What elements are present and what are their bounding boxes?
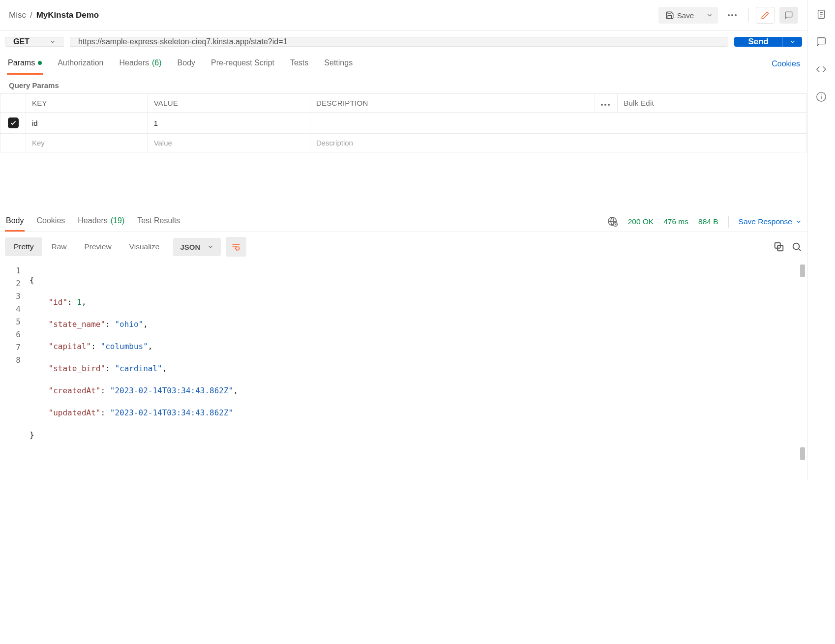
svg-line-6: [799, 249, 801, 251]
tab-label: Headers: [78, 216, 107, 225]
search-icon[interactable]: [791, 241, 802, 252]
tab-label: Body: [6, 216, 24, 225]
save-button[interactable]: Save: [658, 7, 701, 24]
param-value-cell[interactable]: 1: [148, 113, 310, 134]
col-description: DESCRIPTION: [310, 94, 595, 113]
param-desc-input[interactable]: Description: [310, 134, 806, 152]
scrollbar-thumb[interactable]: [800, 447, 805, 460]
chevron-down-icon: [49, 38, 56, 45]
context-sidebar: [807, 0, 835, 480]
chevron-down-icon: [706, 12, 713, 19]
code-icon[interactable]: [816, 64, 827, 75]
documentation-icon[interactable]: [816, 9, 827, 20]
divider: [748, 8, 749, 22]
cookies-label: Cookies: [772, 59, 800, 68]
tab-label: Authorization: [58, 59, 103, 67]
tab-prerequest[interactable]: Pre-request Script: [210, 53, 275, 75]
save-icon: [665, 11, 674, 20]
param-row: id 1: [0, 113, 807, 134]
tab-label: Headers: [119, 59, 149, 67]
code-content: { "id": 1, "state_name": "ohio", "capita…: [30, 264, 807, 460]
edit-button[interactable]: [756, 7, 775, 24]
col-value: VALUE: [148, 94, 310, 113]
resp-time: 476 ms: [663, 217, 688, 226]
comments-icon[interactable]: [816, 36, 827, 47]
tab-authorization[interactable]: Authorization: [57, 53, 104, 75]
param-key-cell[interactable]: id: [26, 113, 148, 134]
tab-body[interactable]: Body: [177, 53, 196, 75]
param-value-input[interactable]: Value: [148, 134, 310, 152]
resp-size: 884 B: [698, 217, 718, 226]
svg-point-13: [821, 94, 821, 95]
breadcrumb: Misc / MyKinsta Demo: [9, 10, 99, 20]
check-icon: [10, 119, 17, 126]
send-dropdown-button[interactable]: [782, 37, 802, 47]
send-button-label: Send: [748, 37, 769, 46]
col-key: KEY: [26, 94, 148, 113]
network-icon[interactable]: [607, 216, 618, 227]
bulk-edit-link[interactable]: Bulk Edit: [618, 94, 807, 113]
response-format-select[interactable]: JSON: [173, 238, 221, 256]
cookies-link[interactable]: Cookies: [772, 59, 800, 68]
tab-count: (19): [111, 216, 124, 225]
pencil-icon: [761, 11, 770, 20]
save-button-label: Save: [677, 11, 694, 20]
save-dropdown-button[interactable]: [701, 7, 718, 24]
tab-count: (6): [152, 59, 162, 67]
breadcrumb-parent[interactable]: Misc: [9, 10, 26, 20]
seg-raw[interactable]: Raw: [42, 237, 75, 256]
query-params-table: KEY VALUE DESCRIPTION Bulk Edit id 1: [0, 93, 807, 152]
resp-tab-headers[interactable]: Headers (19): [77, 211, 125, 232]
line-wrap-button[interactable]: [226, 237, 246, 257]
tab-params[interactable]: Params: [7, 53, 43, 75]
http-method-value: GET: [13, 37, 30, 46]
response-view-segmented: Pretty Raw Preview Visualize: [5, 237, 168, 256]
tab-headers[interactable]: Headers (6): [119, 53, 163, 75]
param-desc-cell[interactable]: [310, 113, 806, 134]
tab-label: Pre-request Script: [211, 59, 274, 67]
resp-tab-test-results[interactable]: Test Results: [136, 211, 181, 232]
seg-visualize[interactable]: Visualize: [120, 237, 169, 256]
info-icon[interactable]: [816, 91, 827, 102]
param-key-input[interactable]: Key: [26, 134, 148, 152]
save-response-label: Save Response: [739, 217, 792, 226]
dots-icon: [601, 104, 610, 106]
request-url-value: https://sample-express-skeleton-cieq7.ki…: [78, 37, 288, 46]
col-check: [0, 94, 26, 113]
line-gutter: 12345678: [0, 264, 30, 460]
query-params-title: Query Params: [0, 75, 807, 93]
more-actions-button[interactable]: [723, 10, 742, 20]
chevron-down-icon: [789, 38, 796, 45]
http-method-select[interactable]: GET: [5, 37, 64, 47]
copy-icon[interactable]: [774, 241, 784, 252]
col-more[interactable]: [595, 94, 618, 113]
comment-button[interactable]: [779, 7, 798, 24]
breadcrumb-current[interactable]: MyKinsta Demo: [36, 10, 99, 20]
seg-pretty[interactable]: Pretty: [5, 237, 42, 256]
seg-preview[interactable]: Preview: [76, 237, 120, 256]
chevron-down-icon: [795, 218, 802, 225]
tab-tests[interactable]: Tests: [289, 53, 309, 75]
tab-settings[interactable]: Settings: [323, 53, 354, 75]
response-format-value: JSON: [180, 243, 200, 251]
tab-label: Test Results: [137, 216, 180, 225]
param-checkbox[interactable]: [8, 117, 19, 128]
divider: [728, 216, 729, 228]
comment-icon: [784, 11, 793, 20]
chevron-down-icon: [207, 243, 214, 250]
save-response-button[interactable]: Save Response: [739, 217, 802, 226]
resp-status: 200 OK: [628, 217, 654, 226]
scrollbar-thumb[interactable]: [800, 264, 805, 277]
tab-label: Params: [8, 59, 35, 67]
active-dot-icon: [38, 61, 42, 65]
resp-tab-body[interactable]: Body: [5, 211, 25, 232]
response-body[interactable]: 12345678 { "id": 1, "state_name": "ohio"…: [0, 262, 807, 480]
send-button[interactable]: Send: [734, 37, 782, 47]
param-row-empty: Key Value Description: [0, 134, 807, 152]
svg-point-5: [793, 243, 800, 250]
request-url-input[interactable]: https://sample-express-skeleton-cieq7.ki…: [70, 37, 729, 47]
breadcrumb-sep: /: [30, 10, 32, 20]
resp-tab-cookies[interactable]: Cookies: [35, 211, 66, 232]
tab-label: Body: [178, 59, 195, 67]
tab-label: Settings: [324, 59, 353, 67]
